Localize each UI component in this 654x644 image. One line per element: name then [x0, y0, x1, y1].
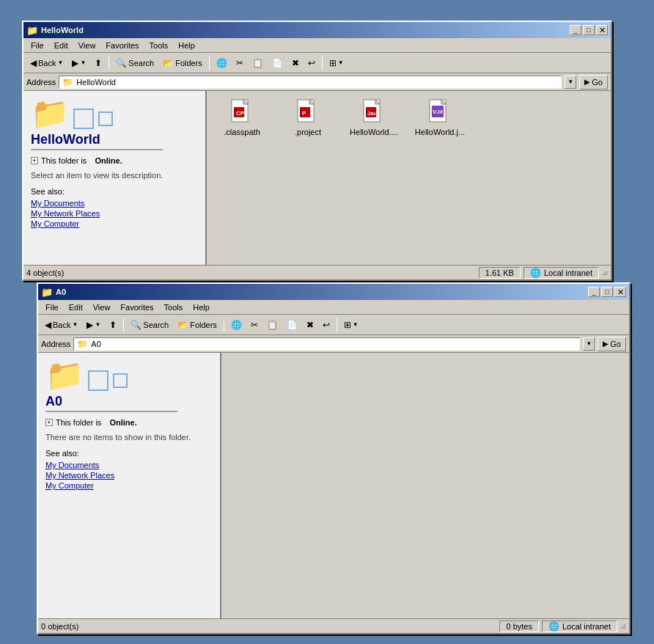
search-button-a0[interactable]: 🔍 Search — [127, 317, 172, 333]
network-icon-btn[interactable]: 🌐 — [213, 55, 231, 71]
back-dropdown-icon-a0: ▼ — [72, 321, 78, 328]
svg-text:Java: Java — [367, 111, 379, 116]
menu-view-a0[interactable]: View — [89, 301, 115, 313]
search-icon-a0: 🔍 — [131, 320, 142, 330]
close-button-a0[interactable]: ✕ — [614, 287, 626, 297]
project-icon: P — [296, 98, 320, 125]
link-my-documents[interactable]: My Documents — [31, 199, 198, 208]
decorative-blue-square-2-a0 — [113, 373, 128, 388]
maximize-button-a0[interactable]: □ — [601, 287, 613, 297]
menu-favorites[interactable]: Favorites — [101, 40, 143, 51]
expand-button[interactable]: + — [31, 157, 38, 164]
cut-btn[interactable]: ✂ — [232, 55, 247, 71]
status-zone-value: Local intranet — [544, 268, 592, 277]
link-my-documents-a0[interactable]: My Documents — [45, 461, 213, 469]
address-bar: Address 📁 HelloWorld ▼ ▶ Go — [23, 73, 611, 91]
address-dropdown[interactable]: ▼ — [565, 76, 576, 89]
close-button[interactable]: ✕ — [596, 25, 608, 35]
link-my-computer-a0[interactable]: My Computer — [45, 481, 213, 490]
menu-file-a0[interactable]: File — [41, 301, 63, 313]
forward-button-a0[interactable]: ▶ ▼ — [83, 317, 104, 333]
back-button[interactable]: ◀ Back ▼ — [26, 55, 67, 71]
copy-btn-a0[interactable]: 📋 — [263, 317, 282, 333]
files-area-a0 — [221, 353, 629, 618]
copy-btn[interactable]: 📋 — [249, 55, 267, 71]
minimize-button-a0[interactable]: _ — [588, 287, 600, 297]
address-label-a0: Address — [41, 340, 70, 348]
menu-edit-a0[interactable]: Edit — [65, 301, 87, 313]
go-arrow-icon: ▶ — [584, 78, 590, 86]
separator-3 — [322, 56, 323, 70]
back-dropdown-icon: ▼ — [57, 59, 63, 66]
title-bar-left-a0: 📁 A0 — [41, 287, 66, 298]
delete-btn[interactable]: ✖ — [288, 55, 303, 71]
undo-btn[interactable]: ↩ — [304, 55, 319, 71]
online-bold: Online. — [95, 156, 122, 165]
menu-edit[interactable]: Edit — [50, 40, 73, 51]
menu-file[interactable]: File — [26, 40, 48, 51]
menu-favorites-a0[interactable]: Favorites — [116, 301, 158, 313]
copy-icon: 📋 — [252, 58, 263, 68]
folders-label-a0: Folders — [190, 321, 217, 329]
file-project[interactable]: P .project — [279, 97, 337, 139]
menu-tools[interactable]: Tools — [145, 40, 173, 51]
status-zone: 🌐 Local intranet — [523, 267, 599, 279]
paste-btn[interactable]: 📄 — [268, 55, 287, 71]
folders-button[interactable]: 📂 Folders — [159, 55, 206, 71]
undo-btn-a0[interactable]: ↩ — [319, 317, 334, 333]
menu-view[interactable]: View — [74, 40, 100, 51]
up-button-a0[interactable]: ⬆ — [106, 317, 120, 333]
svg-text:P: P — [302, 110, 306, 117]
online-bold-a0: Online. — [109, 418, 136, 427]
address-folder-icon: 📁 — [62, 77, 73, 87]
address-dropdown-a0[interactable]: ▼ — [583, 337, 595, 351]
files-area: CP .classpath P .project — [207, 91, 611, 265]
menu-tools-a0[interactable]: Tools — [160, 301, 188, 313]
helloworldj-icon: VJ# — [428, 98, 452, 125]
toolbar-a0: ◀ Back ▼ ▶ ▼ ⬆ 🔍 Search 📂 Folders — [38, 315, 629, 335]
forward-dropdown-icon: ▼ — [80, 59, 86, 66]
description-text: Select an item to view its description. — [31, 171, 198, 180]
back-button-a0[interactable]: ◀ Back ▼ — [41, 317, 81, 333]
cut-btn-a0[interactable]: ✂ — [247, 317, 262, 333]
address-input[interactable]: 📁 HelloWorld — [59, 76, 562, 89]
expand-button-a0[interactable]: + — [45, 419, 53, 426]
link-my-network-places[interactable]: My Network Places — [31, 209, 198, 218]
go-button[interactable]: ▶ Go — [579, 75, 608, 89]
content-wrapper: 📁 HelloWorld + This folder is Online. — [23, 91, 611, 265]
folder-header-a0: 📁 A0 — [45, 360, 213, 412]
link-my-network-places-a0[interactable]: My Network Places — [45, 471, 213, 480]
back-label-a0: Back — [53, 321, 70, 329]
views-btn-a0[interactable]: ⊞ ▼ — [340, 317, 362, 333]
forward-button[interactable]: ▶ ▼ — [68, 55, 89, 71]
minimize-button[interactable]: _ — [570, 25, 581, 35]
search-button[interactable]: 🔍 Search — [112, 55, 158, 71]
views-btn[interactable]: ⊞ ▼ — [326, 55, 348, 71]
delete-btn-a0[interactable]: ✖ — [303, 317, 317, 333]
folders-button-a0[interactable]: 📂 Folders — [174, 317, 221, 333]
see-also: See also: My Documents My Network Places… — [31, 187, 198, 228]
link-my-computer[interactable]: My Computer — [31, 219, 198, 228]
maximize-button[interactable]: □ — [583, 25, 595, 35]
paste-btn-a0[interactable]: 📄 — [283, 317, 301, 333]
menu-help-a0[interactable]: Help — [188, 301, 214, 313]
title-bar-helloworld: 📁 HelloWorld _ □ ✕ — [23, 22, 611, 38]
toolbar: ◀ Back ▼ ▶ ▼ ⬆ 🔍 Search 📂 Folders — [23, 53, 611, 73]
title-bar-left: 📁 HelloWorld — [26, 25, 84, 36]
decorative-blue-square-2 — [98, 111, 113, 126]
network-icon-btn-a0[interactable]: 🌐 — [227, 317, 246, 333]
title-icon-a0: 📁 — [41, 287, 53, 298]
up-button[interactable]: ⬆ — [91, 55, 106, 71]
see-also-title: See also: — [31, 187, 198, 196]
menu-help[interactable]: Help — [174, 40, 199, 51]
menu-bar-a0: File Edit View Favorites Tools Help — [38, 300, 629, 315]
file-classpath[interactable]: CP .classpath — [213, 97, 271, 139]
search-label-a0: Search — [143, 321, 169, 329]
file-helloworld[interactable]: Java HelloWorld.... — [345, 97, 403, 139]
delete-icon-a0: ✖ — [306, 320, 314, 330]
see-also-title-a0: See also: — [45, 449, 213, 458]
address-input-a0[interactable]: 📁 A0 — [73, 337, 580, 351]
file-helloworldj[interactable]: VJ# HelloWorld.j... — [411, 97, 469, 139]
zone-icon-a0: 🌐 — [548, 621, 559, 632]
go-button-a0[interactable]: ▶ Go — [598, 337, 626, 351]
